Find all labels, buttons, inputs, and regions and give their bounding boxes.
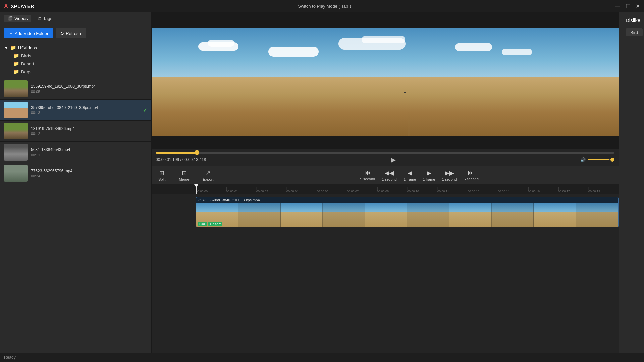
cloud-3b: [362, 36, 405, 43]
nav-back1f[interactable]: ◀ 1 frame: [404, 169, 416, 181]
tags-section: Bird Car Cat Desert: [619, 26, 644, 39]
preview-bottom-bar: [152, 136, 619, 149]
video-list: 2559159-hd_1920_1080_30fps.mp4 00:05 357…: [0, 78, 151, 353]
track-frame-10: [576, 203, 618, 227]
folder-expand-icon: ▼: [4, 45, 8, 50]
tag-bird-label: Bird: [630, 30, 638, 35]
video-thumb-3: [4, 144, 28, 161]
nav-back1s[interactable]: ◀◀ 1 second: [382, 169, 397, 181]
video-track[interactable]: 3573956-uhd_3840_2160_30fps.mp4: [196, 197, 619, 227]
ruler-mark-6: 00:00:08: [377, 190, 407, 193]
back1f-icon: ◀: [408, 169, 412, 177]
tab-tags[interactable]: 🏷 Tags: [34, 15, 56, 22]
track-frame-2: [238, 203, 281, 227]
tab-videos[interactable]: 🎬 Videos: [4, 15, 31, 22]
ruler-mark-12: 00:00:17: [558, 190, 588, 193]
track-content: 3573956-uhd_3840_2160_30fps.mp4: [196, 197, 619, 350]
video-thumb-1: [4, 102, 28, 118]
track-frame-6: [407, 203, 449, 227]
progress-thumb[interactable]: [195, 150, 199, 155]
minimize-button[interactable]: —: [615, 3, 620, 9]
video-info-1: 3573956-uhd_3840_2160_30fps.mp4 00:13: [31, 105, 147, 115]
maximize-button[interactable]: ☐: [626, 3, 630, 9]
app-branding: X XPLAYER: [4, 3, 34, 10]
panel-header: Dislike: [619, 12, 644, 26]
track-frame-3: [281, 203, 323, 227]
nav-back5s[interactable]: ⏮ 5 second: [360, 169, 375, 181]
playhead-triangle: [194, 184, 198, 188]
add-video-folder-label: Add Video Folder: [15, 31, 48, 36]
fwd1s-label: 1 second: [442, 177, 457, 181]
thumb-desert-img: [4, 102, 28, 118]
video-name-1: 3573956-uhd_3840_2160_30fps.mp4: [31, 105, 147, 110]
preview-video-area[interactable]: [152, 28, 619, 136]
tags-row: Bird Car Cat Desert: [626, 28, 644, 36]
desert-ground: [152, 77, 619, 136]
nav-fwd1s[interactable]: ▶▶ 1 second: [442, 169, 457, 181]
ruler-mark-10: 00:00:14: [498, 190, 528, 193]
play-button[interactable]: ▶: [391, 156, 396, 164]
tab-tags-label: Tags: [43, 16, 52, 21]
refresh-button[interactable]: ↻ Refresh: [56, 28, 86, 38]
timeline-track-area: 3573956-uhd_3840_2160_30fps.mp4: [152, 194, 619, 353]
folder-birds[interactable]: 📁 Birds: [9, 52, 151, 60]
fwd5s-label: 5 second: [464, 177, 479, 181]
cloud-2: [268, 47, 319, 57]
edit-toolbar: ⊞ Split ⊡ Merge ↗ Export ⏮ 5 second ◀◀ 1…: [152, 166, 619, 184]
video-item-4[interactable]: 77623-562965796.mp4 00:24: [0, 163, 151, 184]
volume-thumb[interactable]: [610, 158, 614, 162]
time-display: 00:00:01.199 / 00:00:13.418: [156, 157, 206, 162]
track-tag-desert: Desert: [208, 222, 222, 226]
window-controls: — ☐ ✕: [615, 3, 640, 9]
video-name-3: 5631-183849543.mp4: [31, 147, 147, 152]
fwd1f-icon: ▶: [427, 169, 431, 177]
track-tags: Car Desert: [196, 221, 224, 227]
export-tool[interactable]: ↗ Export: [203, 169, 214, 181]
folder-dogs[interactable]: 📁 Dogs: [9, 68, 151, 76]
video-info-2: 131919-751934626.mp4 00:12: [31, 126, 147, 136]
refresh-icon: ↻: [60, 31, 64, 36]
progress-bar[interactable]: [156, 152, 614, 154]
volume-icon[interactable]: 🔊: [580, 157, 586, 162]
add-video-folder-button[interactable]: ＋ Add Video Folder: [4, 28, 53, 38]
statusbar: Ready: [0, 353, 644, 362]
tags-tab-icon: 🏷: [37, 16, 42, 21]
video-item-0[interactable]: 2559159-hd_1920_1080_30fps.mp4 00:05: [0, 78, 151, 100]
video-thumb-4: [4, 165, 28, 182]
merge-tool[interactable]: ⊡ Merge: [179, 169, 189, 181]
add-icon: ＋: [9, 30, 13, 36]
ruler-mark-5: 00:00:07: [347, 190, 377, 193]
nav-fwd1f[interactable]: ▶ 1 frame: [423, 169, 435, 181]
nav-fwd5s[interactable]: ⏭ 5 second: [464, 169, 479, 181]
split-label: Split: [158, 177, 165, 181]
back1f-label: 1 frame: [404, 177, 416, 181]
folder-children: 📁 Birds 📁 Desert 📁 Dogs: [0, 52, 151, 76]
ruler-mark-8: 00:00:11: [437, 190, 468, 193]
tag-bird[interactable]: Bird: [626, 28, 643, 36]
video-item-3[interactable]: 5631-183849543.mp4 00:11: [0, 142, 151, 163]
ruler-marks: 00:00:00 00:00:01 00:00:02 00:00:04 00:0…: [196, 190, 619, 193]
sidebar-tabs: 🎬 Videos 🏷 Tags: [0, 12, 151, 25]
thumb-nature-img: [4, 80, 28, 97]
split-tool[interactable]: ⊞ Split: [158, 169, 165, 181]
volume-bar[interactable]: [588, 159, 614, 160]
ruler-mark-3: 00:00:04: [286, 190, 317, 193]
video-item-1[interactable]: 3573956-uhd_3840_2160_30fps.mp4 00:13 ✔: [0, 100, 151, 121]
folder-root[interactable]: ▼ 📁 H:\Videos: [0, 44, 151, 52]
thumb-dog3-img: [4, 165, 28, 182]
back1s-icon: ◀◀: [385, 169, 394, 177]
close-button[interactable]: ✕: [636, 3, 640, 9]
track-frames: [196, 203, 618, 227]
video-item-2[interactable]: 131919-751934626.mp4 00:12: [0, 121, 151, 142]
volume-fill: [588, 159, 609, 160]
back1s-label: 1 second: [382, 177, 397, 181]
back5s-icon: ⏮: [365, 169, 371, 176]
fwd1f-label: 1 frame: [423, 177, 435, 181]
track-frame-7: [449, 203, 492, 227]
folder-desert[interactable]: 📁 Desert: [9, 60, 151, 68]
video-duration-3: 00:11: [31, 153, 147, 157]
thumb-nature2-img: [4, 123, 28, 139]
progress-fill: [156, 152, 197, 154]
folder-birds-icon: 📁: [13, 53, 19, 58]
folder-dogs-label: Dogs: [21, 69, 31, 74]
